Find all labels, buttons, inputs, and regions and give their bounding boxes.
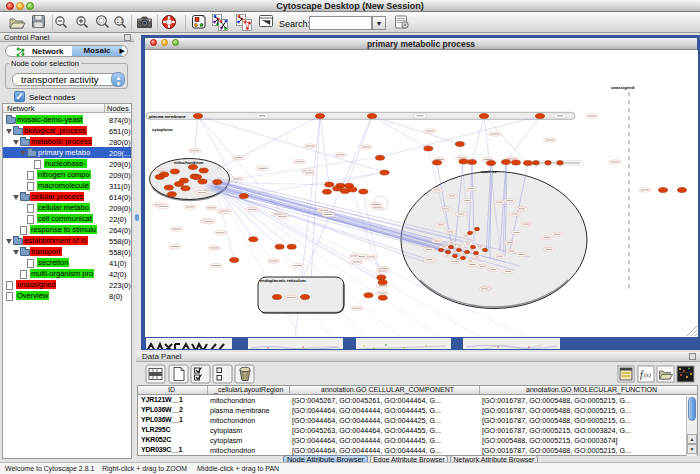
svg-text:nucleus: nucleus [481,169,497,174]
svg-text:unassigned: unassigned [611,85,635,90]
svg-text:mitochondrion: mitochondrion [174,160,204,165]
svg-text:cytoplasm: cytoplasm [152,127,173,132]
svg-text:1:1: 1:1 [117,19,124,24]
svg-text:(x): (x) [644,372,651,379]
svg-text:endoplasmic reticulum: endoplasmic reticulum [260,278,306,283]
svg-text:plasma membrane: plasma membrane [149,114,186,119]
